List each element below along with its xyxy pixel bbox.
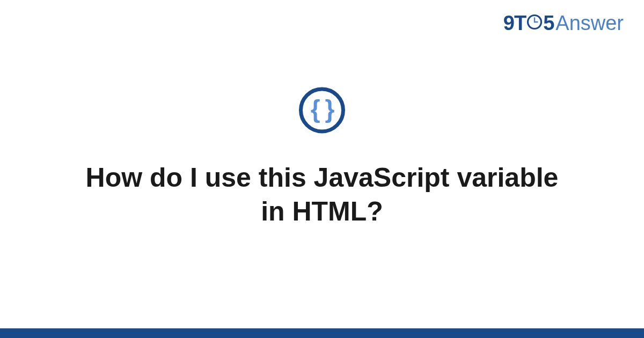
page-title: How do I use this JavaScript variable in… xyxy=(80,161,564,228)
logo-middle-digit: 5 xyxy=(543,12,554,35)
braces-glyph: { } xyxy=(311,97,334,121)
main-content: { } How do I use this JavaScript variabl… xyxy=(0,87,644,228)
logo-suffix: Answer xyxy=(555,12,624,35)
logo-clock-o-icon xyxy=(526,14,543,30)
code-braces-icon: { } xyxy=(299,87,345,133)
site-logo: 9T 5 Answer xyxy=(503,12,624,35)
logo-prefix: 9T xyxy=(503,12,526,35)
footer-accent-bar xyxy=(0,328,644,338)
